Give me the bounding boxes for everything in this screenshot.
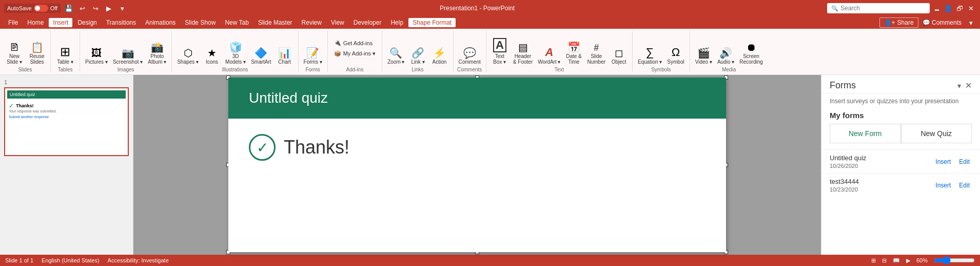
menu-animations[interactable]: Animations [141, 18, 180, 27]
forms-panel-close-button[interactable]: ✕ [965, 81, 972, 90]
close-button[interactable]: ✕ [966, 3, 976, 13]
header-footer-button[interactable]: ▤ Header& Footer [511, 41, 535, 66]
language-info: English (United States) [42, 257, 100, 263]
reuse-slides-button[interactable]: 📋 ReuseSlides [27, 41, 47, 66]
menu-file[interactable]: File [4, 18, 22, 27]
redo-icon[interactable]: ↪ [90, 3, 101, 13]
reading-view-icon[interactable]: 📖 [893, 257, 900, 264]
table-button[interactable]: ⊞ Table ▾ [54, 45, 76, 66]
wordart-button[interactable]: A WordArt ▾ [536, 46, 562, 66]
form-edit-button-1[interactable]: Edit [957, 181, 972, 190]
form-item-1: test34444 10/23/2020 Insert Edit [821, 173, 980, 197]
photo-album-button[interactable]: 📸 PhotoAlbum ▾ [146, 41, 168, 66]
equation-button[interactable]: ∑ Equation ▾ [636, 46, 664, 66]
text-box-icon: A [493, 38, 506, 52]
video-icon: 🎬 [697, 48, 710, 58]
form-insert-button-1[interactable]: Insert [933, 181, 953, 190]
menu-slideshow[interactable]: Slide Show [181, 18, 220, 27]
menu-insert[interactable]: Insert [49, 18, 72, 27]
canvas-area: Untitled quiz ✓ Thanks! [133, 75, 821, 255]
new-quiz-button[interactable]: New Quiz [901, 124, 972, 143]
forms-button[interactable]: 📝 Forms ▾ [302, 47, 324, 66]
autosave-toggle[interactable]: AutoSave Off [4, 4, 61, 13]
customize-icon[interactable]: ▾ [117, 3, 127, 13]
menu-shapeformat[interactable]: Shape Format [408, 18, 456, 27]
table-icon: ⊞ [60, 46, 70, 58]
ribbon-collapse-icon[interactable]: ▾ [966, 17, 976, 28]
object-button[interactable]: ◻ Object [609, 47, 629, 66]
new-slide-icon: 🖹 [9, 42, 19, 52]
slide-thumb-thanks: Thanks! [16, 103, 34, 108]
ribbon-group-links: 🔍 Zoom ▾ 🔗 Link ▾ ⚡ Action Links [382, 31, 453, 72]
slide-thumb-header: Untitled quiz [7, 90, 126, 99]
search-input[interactable] [840, 5, 923, 12]
autosave-switch[interactable] [34, 5, 48, 12]
icons-button[interactable]: ★ Icons [202, 47, 222, 66]
save-icon[interactable]: 💾 [64, 3, 74, 13]
date-time-button[interactable]: 📅 Date &Time [564, 41, 584, 66]
normal-view-icon[interactable]: ⊞ [871, 257, 876, 264]
form-insert-button-0[interactable]: Insert [933, 157, 953, 166]
menu-transitions[interactable]: Transitions [102, 18, 140, 27]
3d-models-button[interactable]: 🧊 3DModels ▾ [223, 41, 248, 66]
get-addins-button[interactable]: 🔌 Get Add-ins [331, 39, 379, 47]
form-edit-button-0[interactable]: Edit [957, 157, 972, 166]
screenshot-icon: 📷 [122, 48, 134, 58]
account-icon[interactable]: 👤 [943, 3, 953, 13]
new-form-button[interactable]: New Form [830, 124, 901, 143]
pictures-button[interactable]: 🖼 Pictures ▾ [83, 47, 110, 66]
link-button[interactable]: 🔗 Link ▾ [408, 47, 428, 66]
slide-with-handles: Untitled quiz ✓ Thanks! [228, 78, 726, 252]
smartart-button[interactable]: 🔷 SmartArt [249, 47, 273, 66]
menu-view[interactable]: View [327, 18, 348, 27]
date-time-icon: 📅 [567, 42, 580, 52]
forms-panel-collapse-icon[interactable]: ▾ [957, 82, 961, 90]
symbol-button[interactable]: Ω Symbol [665, 46, 686, 66]
new-slide-label: NewSlide ▾ [7, 53, 22, 65]
share-button[interactable]: 👤+ Share [879, 17, 918, 28]
zoom-icon: 🔍 [389, 48, 402, 58]
slide-thumbnail[interactable]: Untitled quiz ✓ Thanks! Your response wa… [4, 87, 129, 156]
comment-button[interactable]: 💬 Comment [457, 47, 483, 66]
slide-number-button[interactable]: # SlideNumber [585, 42, 608, 66]
video-button[interactable]: 🎬 Video ▾ [693, 47, 714, 66]
slideshow-icon[interactable]: ▶ [906, 257, 910, 264]
menu-developer[interactable]: Developer [349, 18, 386, 27]
text-box-button[interactable]: A TextBox ▾ [489, 37, 510, 66]
zoom-slider[interactable] [934, 256, 975, 264]
forms-panel-title: Forms [830, 80, 856, 91]
undo-icon[interactable]: ↩ [77, 3, 87, 13]
menu-slidemaster[interactable]: Slide Master [254, 18, 297, 27]
forms-panel-header: Forms ▾ ✕ [821, 75, 980, 93]
menu-help[interactable]: Help [386, 18, 407, 27]
restore-button[interactable]: 🗗 [954, 3, 965, 13]
new-slide-button[interactable]: 🖹 NewSlide ▾ [3, 41, 26, 66]
action-label: Action [433, 59, 447, 65]
menu-review[interactable]: Review [298, 18, 326, 27]
menu-home[interactable]: Home [23, 18, 48, 27]
screenshot-button[interactable]: 📷 Screenshot ▾ [111, 47, 145, 66]
search-icon: 🔍 [831, 5, 838, 12]
search-bar[interactable]: 🔍 [827, 3, 930, 13]
slide-thumb-link: Submit another response [9, 115, 124, 119]
minimize-button[interactable]: 🗕 [932, 3, 942, 13]
menu-newtab[interactable]: New Tab [221, 18, 252, 27]
audio-button[interactable]: 🔊 Audio ▾ [715, 47, 736, 66]
action-button[interactable]: ⚡ Action [429, 47, 450, 66]
date-time-label: Date &Time [566, 53, 582, 65]
zoom-button[interactable]: 🔍 Zoom ▾ [385, 47, 406, 66]
menu-design[interactable]: Design [73, 18, 101, 27]
comments-button[interactable]: 💬 Comments [923, 19, 962, 26]
shapes-button[interactable]: ⬡ Shapes ▾ [175, 47, 201, 66]
forms-icon: 📝 [306, 48, 319, 58]
symbol-icon: Ω [672, 47, 680, 58]
present-icon[interactable]: ▶ [104, 3, 114, 13]
autosave-state: Off [50, 5, 57, 11]
comment-icon: 💬 [463, 48, 476, 58]
my-addins-button[interactable]: 📦 My Add-ins ▾ [331, 49, 379, 58]
wordart-label: WordArt ▾ [538, 59, 560, 65]
chart-button[interactable]: 📊 Chart [275, 47, 295, 66]
slide-sorter-icon[interactable]: ⊟ [882, 257, 887, 264]
slides-panel: 1 Untitled quiz ✓ Thanks! Your response … [0, 75, 133, 255]
screen-recording-button[interactable]: ⏺ ScreenRecording [737, 41, 765, 66]
